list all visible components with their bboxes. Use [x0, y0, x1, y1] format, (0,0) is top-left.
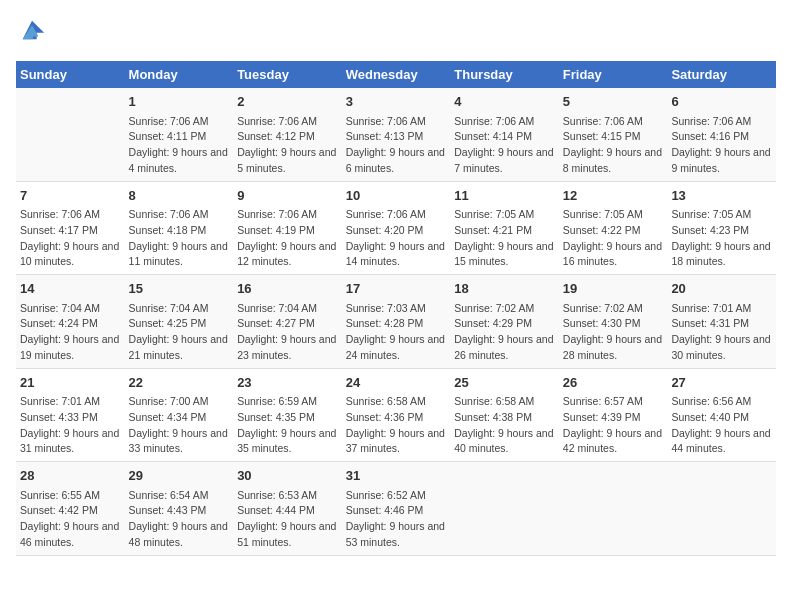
- cell-info: Sunrise: 6:52 AMSunset: 4:46 PMDaylight:…: [346, 488, 447, 551]
- day-number: 5: [563, 92, 664, 112]
- logo: [16, 16, 46, 49]
- col-header-monday: Monday: [125, 61, 234, 88]
- cell-info: Sunrise: 7:04 AMSunset: 4:27 PMDaylight:…: [237, 301, 338, 364]
- calendar-cell: 31Sunrise: 6:52 AMSunset: 4:46 PMDayligh…: [342, 462, 451, 556]
- day-number: 28: [20, 466, 121, 486]
- day-number: 10: [346, 186, 447, 206]
- cell-info: Sunrise: 7:06 AMSunset: 4:11 PMDaylight:…: [129, 114, 230, 177]
- calendar-cell: 1Sunrise: 7:06 AMSunset: 4:11 PMDaylight…: [125, 88, 234, 181]
- cell-info: Sunrise: 6:58 AMSunset: 4:36 PMDaylight:…: [346, 394, 447, 457]
- calendar-cell: 2Sunrise: 7:06 AMSunset: 4:12 PMDaylight…: [233, 88, 342, 181]
- week-row-3: 14Sunrise: 7:04 AMSunset: 4:24 PMDayligh…: [16, 275, 776, 369]
- calendar-cell: 13Sunrise: 7:05 AMSunset: 4:23 PMDayligh…: [667, 181, 776, 275]
- calendar-cell: 28Sunrise: 6:55 AMSunset: 4:42 PMDayligh…: [16, 462, 125, 556]
- cell-info: Sunrise: 7:01 AMSunset: 4:33 PMDaylight:…: [20, 394, 121, 457]
- day-number: 12: [563, 186, 664, 206]
- calendar-cell: 17Sunrise: 7:03 AMSunset: 4:28 PMDayligh…: [342, 275, 451, 369]
- calendar-table: SundayMondayTuesdayWednesdayThursdayFrid…: [16, 61, 776, 556]
- day-number: 15: [129, 279, 230, 299]
- cell-info: Sunrise: 7:06 AMSunset: 4:17 PMDaylight:…: [20, 207, 121, 270]
- calendar-cell: 10Sunrise: 7:06 AMSunset: 4:20 PMDayligh…: [342, 181, 451, 275]
- logo-text: [16, 16, 46, 49]
- cell-info: Sunrise: 7:05 AMSunset: 4:23 PMDaylight:…: [671, 207, 772, 270]
- calendar-cell: 4Sunrise: 7:06 AMSunset: 4:14 PMDaylight…: [450, 88, 559, 181]
- day-number: 17: [346, 279, 447, 299]
- day-number: 22: [129, 373, 230, 393]
- cell-info: Sunrise: 7:06 AMSunset: 4:14 PMDaylight:…: [454, 114, 555, 177]
- cell-info: Sunrise: 6:58 AMSunset: 4:38 PMDaylight:…: [454, 394, 555, 457]
- cell-info: Sunrise: 7:06 AMSunset: 4:16 PMDaylight:…: [671, 114, 772, 177]
- calendar-cell: 19Sunrise: 7:02 AMSunset: 4:30 PMDayligh…: [559, 275, 668, 369]
- calendar-cell: 18Sunrise: 7:02 AMSunset: 4:29 PMDayligh…: [450, 275, 559, 369]
- cell-info: Sunrise: 7:03 AMSunset: 4:28 PMDaylight:…: [346, 301, 447, 364]
- page-header: [16, 16, 776, 49]
- day-number: 14: [20, 279, 121, 299]
- week-row-4: 21Sunrise: 7:01 AMSunset: 4:33 PMDayligh…: [16, 368, 776, 462]
- day-number: 26: [563, 373, 664, 393]
- day-number: 6: [671, 92, 772, 112]
- calendar-cell: 29Sunrise: 6:54 AMSunset: 4:43 PMDayligh…: [125, 462, 234, 556]
- calendar-cell: [667, 462, 776, 556]
- week-row-1: 1Sunrise: 7:06 AMSunset: 4:11 PMDaylight…: [16, 88, 776, 181]
- day-number: 24: [346, 373, 447, 393]
- cell-info: Sunrise: 6:56 AMSunset: 4:40 PMDaylight:…: [671, 394, 772, 457]
- day-number: 8: [129, 186, 230, 206]
- calendar-cell: 7Sunrise: 7:06 AMSunset: 4:17 PMDaylight…: [16, 181, 125, 275]
- calendar-cell: 8Sunrise: 7:06 AMSunset: 4:18 PMDaylight…: [125, 181, 234, 275]
- calendar-cell: 14Sunrise: 7:04 AMSunset: 4:24 PMDayligh…: [16, 275, 125, 369]
- calendar-cell: [450, 462, 559, 556]
- week-row-2: 7Sunrise: 7:06 AMSunset: 4:17 PMDaylight…: [16, 181, 776, 275]
- day-number: 23: [237, 373, 338, 393]
- cell-info: Sunrise: 7:06 AMSunset: 4:12 PMDaylight:…: [237, 114, 338, 177]
- cell-info: Sunrise: 7:02 AMSunset: 4:29 PMDaylight:…: [454, 301, 555, 364]
- day-number: 19: [563, 279, 664, 299]
- day-number: 9: [237, 186, 338, 206]
- cell-info: Sunrise: 6:57 AMSunset: 4:39 PMDaylight:…: [563, 394, 664, 457]
- calendar-cell: 27Sunrise: 6:56 AMSunset: 4:40 PMDayligh…: [667, 368, 776, 462]
- calendar-cell: 30Sunrise: 6:53 AMSunset: 4:44 PMDayligh…: [233, 462, 342, 556]
- day-number: 27: [671, 373, 772, 393]
- day-number: 25: [454, 373, 555, 393]
- day-number: 2: [237, 92, 338, 112]
- cell-info: Sunrise: 7:05 AMSunset: 4:22 PMDaylight:…: [563, 207, 664, 270]
- col-header-friday: Friday: [559, 61, 668, 88]
- day-number: 1: [129, 92, 230, 112]
- col-header-tuesday: Tuesday: [233, 61, 342, 88]
- cell-info: Sunrise: 7:06 AMSunset: 4:19 PMDaylight:…: [237, 207, 338, 270]
- cell-info: Sunrise: 7:02 AMSunset: 4:30 PMDaylight:…: [563, 301, 664, 364]
- day-number: 7: [20, 186, 121, 206]
- cell-info: Sunrise: 7:06 AMSunset: 4:18 PMDaylight:…: [129, 207, 230, 270]
- calendar-cell: 12Sunrise: 7:05 AMSunset: 4:22 PMDayligh…: [559, 181, 668, 275]
- cell-info: Sunrise: 7:04 AMSunset: 4:24 PMDaylight:…: [20, 301, 121, 364]
- cell-info: Sunrise: 7:05 AMSunset: 4:21 PMDaylight:…: [454, 207, 555, 270]
- col-header-thursday: Thursday: [450, 61, 559, 88]
- cell-info: Sunrise: 6:55 AMSunset: 4:42 PMDaylight:…: [20, 488, 121, 551]
- day-number: 20: [671, 279, 772, 299]
- cell-info: Sunrise: 7:06 AMSunset: 4:20 PMDaylight:…: [346, 207, 447, 270]
- day-number: 18: [454, 279, 555, 299]
- day-number: 29: [129, 466, 230, 486]
- day-number: 21: [20, 373, 121, 393]
- week-row-5: 28Sunrise: 6:55 AMSunset: 4:42 PMDayligh…: [16, 462, 776, 556]
- calendar-cell: 26Sunrise: 6:57 AMSunset: 4:39 PMDayligh…: [559, 368, 668, 462]
- day-number: 31: [346, 466, 447, 486]
- calendar-cell: 5Sunrise: 7:06 AMSunset: 4:15 PMDaylight…: [559, 88, 668, 181]
- day-number: 16: [237, 279, 338, 299]
- calendar-cell: 23Sunrise: 6:59 AMSunset: 4:35 PMDayligh…: [233, 368, 342, 462]
- calendar-cell: 3Sunrise: 7:06 AMSunset: 4:13 PMDaylight…: [342, 88, 451, 181]
- day-number: 13: [671, 186, 772, 206]
- cell-info: Sunrise: 6:54 AMSunset: 4:43 PMDaylight:…: [129, 488, 230, 551]
- cell-info: Sunrise: 7:04 AMSunset: 4:25 PMDaylight:…: [129, 301, 230, 364]
- column-header-row: SundayMondayTuesdayWednesdayThursdayFrid…: [16, 61, 776, 88]
- calendar-cell: [16, 88, 125, 181]
- calendar-cell: 20Sunrise: 7:01 AMSunset: 4:31 PMDayligh…: [667, 275, 776, 369]
- calendar-cell: 21Sunrise: 7:01 AMSunset: 4:33 PMDayligh…: [16, 368, 125, 462]
- cell-info: Sunrise: 7:01 AMSunset: 4:31 PMDaylight:…: [671, 301, 772, 364]
- day-number: 11: [454, 186, 555, 206]
- cell-info: Sunrise: 6:59 AMSunset: 4:35 PMDaylight:…: [237, 394, 338, 457]
- calendar-cell: 9Sunrise: 7:06 AMSunset: 4:19 PMDaylight…: [233, 181, 342, 275]
- calendar-cell: 25Sunrise: 6:58 AMSunset: 4:38 PMDayligh…: [450, 368, 559, 462]
- calendar-cell: 16Sunrise: 7:04 AMSunset: 4:27 PMDayligh…: [233, 275, 342, 369]
- cell-info: Sunrise: 6:53 AMSunset: 4:44 PMDaylight:…: [237, 488, 338, 551]
- day-number: 30: [237, 466, 338, 486]
